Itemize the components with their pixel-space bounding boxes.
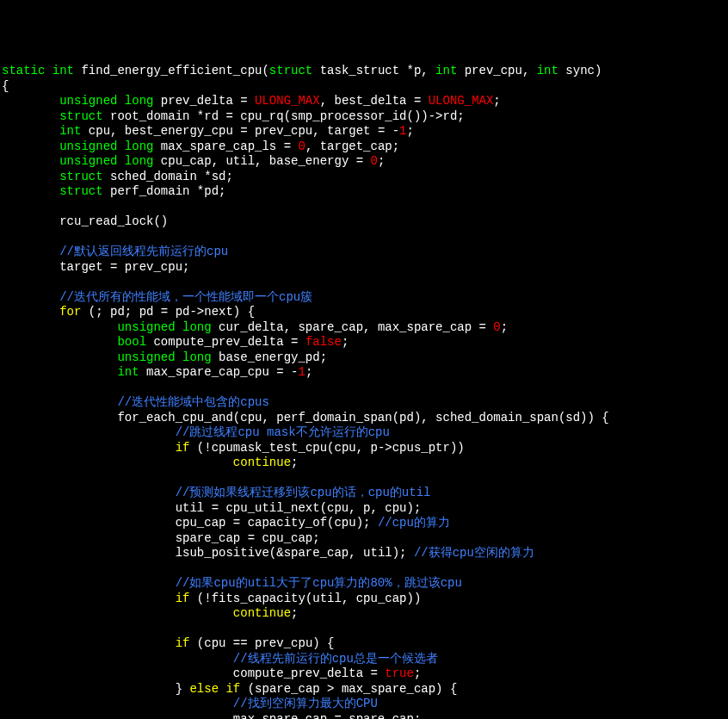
code-token: ;	[291, 606, 298, 620]
code-token	[2, 456, 233, 469]
code-line: unsigned long cpu_cap, util, base_energy…	[2, 154, 726, 170]
code-token: perf_domain *pd;	[110, 184, 225, 198]
code-token: ;	[378, 154, 385, 168]
code-line: if (!cpumask_test_cpu(cpu, p->cpus_ptr))	[2, 441, 726, 456]
code-token: ;	[493, 94, 500, 108]
code-token	[2, 305, 59, 319]
code-token	[2, 666, 233, 680]
code-token: //cpu的算力	[378, 516, 450, 530]
code-line	[2, 561, 726, 577]
code-line: target = prev_cpu;	[2, 260, 726, 276]
code-token	[2, 501, 176, 515]
code-line	[2, 275, 726, 290]
code-token: (; pd; pd = pd->next) {	[89, 305, 255, 319]
code-token: (!cpumask_test_cpu(cpu, p->cpus_ptr))	[197, 441, 465, 455]
code-token	[2, 335, 117, 349]
code-token: root_domain *rd = cpu_rq(smp_processor_i…	[110, 109, 465, 123]
code-line: //迭代性能域中包含的cpus	[2, 395, 726, 411]
code-token: int	[59, 124, 89, 138]
code-token: max_spare_cap_ls =	[161, 139, 299, 153]
code-token	[2, 592, 176, 605]
code-line	[2, 230, 726, 245]
code-line: //线程先前运行的cpu总是一个候选者	[2, 652, 726, 667]
code-line: //如果cpu的util大于了cpu算力的80%，跳过该cpu	[2, 576, 726, 592]
code-token	[2, 697, 233, 710]
code-token	[2, 471, 9, 485]
code-token: task_struct *p,	[320, 64, 435, 77]
code-token	[2, 682, 176, 696]
code-token: unsigned long	[59, 94, 161, 108]
code-token: cpu, best_energy_cpu = prev_cpu, target …	[89, 124, 399, 138]
code-token: if	[176, 441, 197, 455]
code-token: prev_cpu,	[465, 64, 537, 77]
code-token: ;	[501, 320, 508, 334]
code-line: } else if (spare_cap > max_spare_cap) {	[2, 682, 726, 697]
code-line: //预测如果线程迁移到该cpu的话，cpu的util	[2, 486, 726, 501]
code-token: unsigned long	[117, 320, 219, 334]
code-token: cpu_cap, util, base_energy =	[161, 154, 371, 168]
code-line: int max_spare_cap_cpu = -1;	[2, 365, 726, 381]
code-line	[2, 622, 726, 637]
code-token: //线程先前运行的cpu总是一个候选者	[233, 652, 438, 666]
code-token	[2, 154, 59, 168]
code-token: static int	[2, 64, 81, 77]
code-token: ;	[291, 456, 298, 469]
code-token: continue	[233, 606, 291, 620]
code-token: //迭代性能域中包含的cpus	[117, 395, 268, 409]
code-token: sync)	[565, 64, 602, 77]
code-token	[2, 531, 176, 545]
code-token: cpu_cap = capacity_of(cpu);	[176, 516, 378, 530]
code-token: (spare_cap > max_spare_cap) {	[248, 682, 458, 696]
code-token	[2, 139, 59, 153]
code-token: find_energy_efficient_cpu(	[81, 64, 268, 77]
code-token: struct	[269, 64, 320, 77]
code-token: 0	[298, 139, 305, 153]
code-token	[2, 606, 233, 620]
code-token: //预测如果线程迁移到该cpu的话，cpu的util	[176, 486, 431, 499]
code-line: if (!fits_capacity(util, cpu_cap))	[2, 592, 726, 607]
code-token: cur_delta, spare_cap, max_spare_cap =	[219, 320, 493, 334]
code-token: max_spare_cap_cpu = -	[146, 365, 298, 379]
code-token: }	[176, 682, 190, 696]
code-token	[2, 546, 176, 560]
code-line: max_spare_cap = spare_cap;	[2, 712, 726, 720]
code-token	[2, 652, 233, 666]
code-token: ULONG_MAX	[255, 94, 320, 108]
code-token: //找到空闲算力最大的CPU	[233, 697, 378, 710]
code-token: 0	[493, 320, 500, 334]
code-token	[2, 425, 176, 439]
code-token: if	[176, 636, 197, 650]
code-line: //找到空闲算力最大的CPU	[2, 697, 726, 712]
code-token: if	[176, 592, 197, 605]
code-line: for_each_cpu_and(cpu, perf_domain_span(p…	[2, 411, 726, 426]
code-token	[2, 381, 9, 394]
code-line: static int find_energy_efficient_cpu(str…	[2, 64, 726, 79]
code-line: int cpu, best_energy_cpu = prev_cpu, tar…	[2, 124, 726, 139]
code-token	[2, 214, 59, 228]
code-line: unsigned long prev_delta = ULONG_MAX, be…	[2, 94, 726, 109]
code-line: bool compute_prev_delta = false;	[2, 335, 726, 350]
code-token: continue	[233, 456, 291, 469]
code-token	[2, 109, 59, 123]
code-viewer: static int find_energy_efficient_cpu(str…	[2, 64, 726, 719]
code-token	[2, 516, 176, 530]
code-token: for_each_cpu_and(cpu, perf_domain_span(p…	[117, 411, 608, 425]
code-line: //默认返回线程先前运行的cpu	[2, 245, 726, 260]
code-token: int	[435, 64, 465, 77]
code-token: ULONG_MAX	[429, 94, 494, 108]
code-token: unsigned long	[59, 139, 161, 153]
code-token: //迭代所有的性能域，一个性能域即一个cpu簇	[59, 290, 312, 304]
code-token	[2, 290, 59, 304]
code-line: compute_prev_delta = true;	[2, 666, 726, 682]
code-token: (!fits_capacity(util, cpu_cap))	[197, 592, 421, 605]
code-token	[2, 245, 59, 258]
code-token: spare_cap = cpu_cap;	[176, 531, 320, 545]
code-line: util = cpu_util_next(cpu, p, cpu);	[2, 501, 726, 517]
code-token	[2, 395, 117, 409]
code-line	[2, 471, 726, 487]
code-token: ;	[305, 365, 312, 379]
code-line: continue;	[2, 606, 726, 622]
code-token: , target_cap;	[305, 139, 399, 153]
code-token: else if	[189, 682, 247, 696]
code-token: //默认返回线程先前运行的cpu	[59, 245, 228, 258]
